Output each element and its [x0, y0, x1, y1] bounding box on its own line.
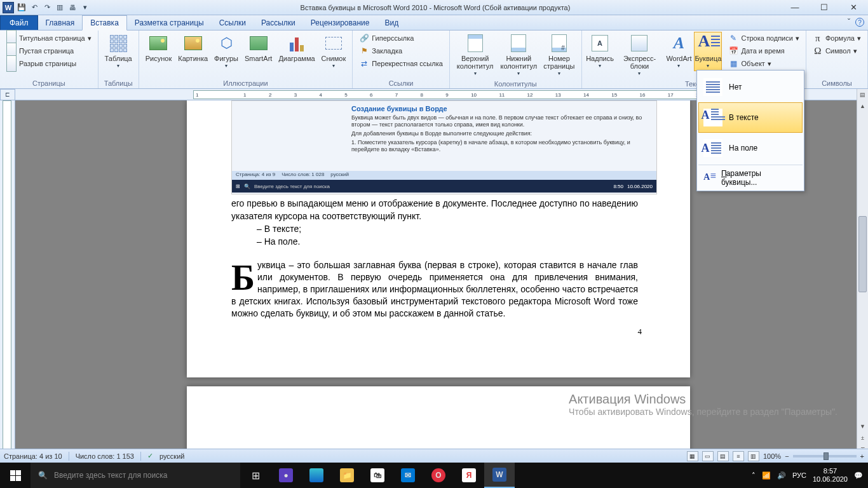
- chart-button[interactable]: Диаграмма: [276, 32, 317, 64]
- taskbar-search[interactable]: 🔍 Введите здесь текст для поиска: [31, 463, 240, 488]
- prev-page-icon[interactable]: ±: [857, 432, 868, 444]
- hyperlink-button[interactable]: 🔗Гиперссылка: [356, 32, 445, 44]
- group-header-footer: Верхний колонтитул Нижний колонтитул Ном…: [450, 30, 582, 88]
- cover-page-button[interactable]: Титульная страница ▾: [4, 32, 94, 44]
- start-button[interactable]: [0, 463, 31, 488]
- minimize-button[interactable]: —: [780, 0, 810, 15]
- status-page[interactable]: Страница: 4 из 10: [4, 452, 62, 460]
- wordart-button[interactable]: AWordArt: [665, 32, 693, 71]
- signature-line-button[interactable]: ✎Строка подписи ▾: [726, 32, 801, 44]
- system-tray: ˄ 📶 🔊 РУС 8:57 10.06.2020 💬: [752, 467, 868, 484]
- tab-mailings[interactable]: Рассылки: [254, 16, 303, 30]
- taskbar-app-yandex[interactable]: Я: [454, 463, 484, 488]
- tray-chevron-icon[interactable]: ˄: [752, 471, 756, 480]
- zoom-in-button[interactable]: +: [860, 452, 864, 460]
- zoom-slider[interactable]: [793, 455, 857, 458]
- tab-home[interactable]: Главная: [38, 16, 83, 30]
- task-view-icon[interactable]: ⊞: [240, 463, 271, 488]
- dropcap-menu: Нет A В тексте A На поле A Параметры бук…: [696, 70, 804, 191]
- file-tab[interactable]: Файл: [0, 15, 38, 30]
- maximize-button[interactable]: ☐: [810, 0, 839, 15]
- symbol-button[interactable]: ΩСимвол ▾: [810, 44, 864, 57]
- status-language[interactable]: русский: [159, 452, 184, 460]
- view-draft[interactable]: ▥: [748, 451, 759, 461]
- view-web[interactable]: ▤: [717, 451, 729, 461]
- tab-references[interactable]: Ссылки: [212, 16, 254, 30]
- dropcap-button[interactable]: A Буквица: [694, 32, 722, 71]
- dropcap-margin[interactable]: A На поле: [698, 133, 803, 163]
- blank-page-button[interactable]: Пустая страница: [4, 44, 94, 57]
- new-icon[interactable]: ▥: [55, 3, 65, 13]
- tab-layout[interactable]: Разметка страницы: [127, 16, 212, 30]
- ruler-toggle-icon[interactable]: ▤: [857, 89, 868, 100]
- screenshot-button[interactable]: Снимок: [319, 32, 349, 71]
- crossref-button[interactable]: ⇄Перекрестная ссылка: [356, 57, 445, 70]
- paragraph-preview[interactable]: его превью в выпадающем меню и отображен…: [231, 197, 638, 248]
- view-reading[interactable]: ▭: [702, 451, 714, 461]
- header-button[interactable]: Верхний колонтитул: [454, 32, 497, 79]
- taskbar-app-edge[interactable]: [301, 463, 332, 488]
- taskbar-app-opera[interactable]: O: [423, 463, 454, 488]
- scroll-down-icon[interactable]: ▼: [857, 421, 868, 432]
- page-5[interactable]: [187, 386, 690, 455]
- group-illustrations: Рисунок Картинка ⬡Фигуры SmartArt Диагра…: [139, 30, 353, 88]
- save-icon[interactable]: 💾: [17, 3, 27, 13]
- taskbar-app-explorer[interactable]: 📁: [332, 463, 362, 488]
- tab-review[interactable]: Рецензирование: [303, 16, 377, 30]
- status-proofing-icon[interactable]: ✓: [147, 452, 153, 460]
- title-bar: W 💾 ↶ ↷ ▥ 🖶 ▾ Вставка буквицы в Microsof…: [0, 0, 868, 15]
- tray-clock[interactable]: 8:57 10.06.2020: [813, 467, 848, 484]
- taskbar-app-mail[interactable]: ✉: [393, 463, 423, 488]
- zoom-out-button[interactable]: −: [785, 452, 789, 460]
- tab-insert[interactable]: Вставка: [82, 15, 127, 30]
- tab-view[interactable]: Вид: [377, 16, 406, 30]
- undo-icon[interactable]: ↶: [29, 3, 39, 13]
- ruler-corner[interactable]: ⊏: [0, 89, 15, 100]
- view-print-layout[interactable]: ▦: [687, 451, 698, 461]
- close-button[interactable]: ✕: [839, 0, 868, 15]
- taskbar-app-word[interactable]: W: [484, 463, 515, 488]
- footer-button[interactable]: Нижний колонтитул: [498, 32, 539, 79]
- dropcap-intext[interactable]: A В тексте: [698, 102, 803, 133]
- tray-network-icon[interactable]: 📶: [762, 471, 771, 480]
- picture-button[interactable]: Рисунок: [143, 32, 175, 64]
- dropcap-options[interactable]: A Параметры буквицы...: [698, 166, 803, 189]
- taskbar-app-store[interactable]: 🛍: [362, 463, 393, 488]
- smartart-button[interactable]: SmartArt: [242, 32, 275, 64]
- table-button[interactable]: Таблица: [102, 32, 135, 71]
- taskbar-app-alice[interactable]: ●: [271, 463, 301, 488]
- help-icon[interactable]: ?: [855, 18, 864, 27]
- page-4[interactable]: Создание буквицы в Ворде Буквица может б…: [187, 100, 690, 377]
- object-button[interactable]: ▦Объект ▾: [726, 57, 801, 70]
- tray-volume-icon[interactable]: 🔊: [777, 471, 786, 480]
- paragraph-dropcap[interactable]: Б уквица – это большая заглавная буква (…: [231, 259, 638, 320]
- status-words[interactable]: Число слов: 1 153: [76, 452, 134, 460]
- zoom-level[interactable]: 100%: [763, 452, 781, 460]
- shapes-button[interactable]: ⬡Фигуры: [212, 32, 241, 71]
- tray-language[interactable]: РУС: [792, 471, 806, 479]
- scrollbar-thumb[interactable]: [858, 216, 867, 292]
- view-outline[interactable]: ≡: [733, 451, 744, 461]
- qat-more-icon[interactable]: ▾: [80, 3, 90, 13]
- page-number-button[interactable]: Номер страницы: [541, 32, 577, 79]
- group-links: 🔗Гиперссылка ⚑Закладка ⇄Перекрестная ссы…: [353, 30, 450, 88]
- vertical-scrollbar[interactable]: ▤ ▲ ▼ ± ∓: [857, 89, 868, 455]
- scroll-up-icon[interactable]: ▲: [857, 100, 868, 112]
- ribbon-tabs: Файл Главная Вставка Разметка страницы С…: [0, 15, 868, 30]
- equation-button[interactable]: πФормула ▾: [810, 32, 864, 44]
- dropcap-none[interactable]: Нет: [698, 72, 803, 102]
- group-pages: Титульная страница ▾ Пустая страница Раз…: [0, 30, 98, 88]
- bookmark-button[interactable]: ⚑Закладка: [356, 44, 445, 57]
- quickparts-button[interactable]: Экспресс-блоки: [616, 32, 664, 79]
- quick-access-toolbar: W 💾 ↶ ↷ ▥ 🖶 ▾: [0, 2, 90, 13]
- date-time-button[interactable]: 📅Дата и время: [726, 44, 801, 57]
- redo-icon[interactable]: ↷: [42, 3, 52, 13]
- textbox-button[interactable]: AНадпись: [586, 32, 614, 71]
- ribbon-minimize-icon[interactable]: ˇ: [848, 18, 850, 27]
- vertical-ruler[interactable]: [0, 100, 15, 455]
- page-number: 4: [638, 327, 642, 337]
- print-icon[interactable]: 🖶: [67, 3, 78, 13]
- clipart-button[interactable]: Картинка: [175, 32, 210, 64]
- page-break-button[interactable]: Разрыв страницы: [4, 57, 94, 70]
- tray-notifications-icon[interactable]: 💬: [854, 471, 863, 480]
